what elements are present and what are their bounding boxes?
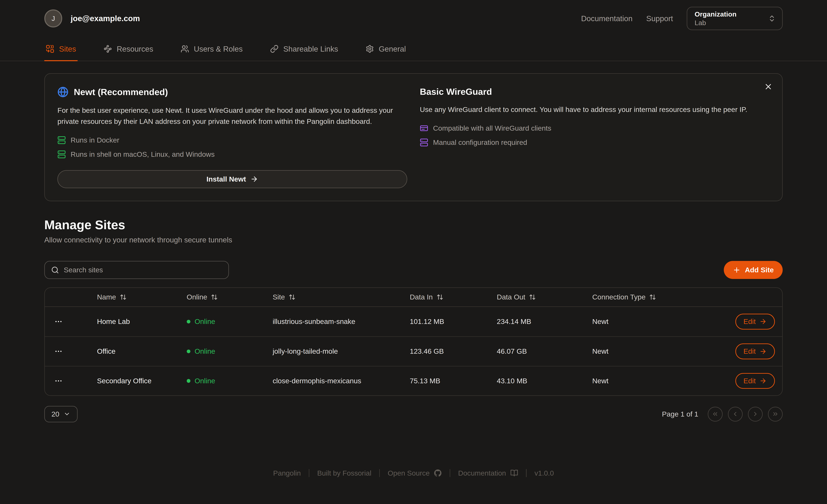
tab-general[interactable]: General xyxy=(364,45,407,61)
sort-icon xyxy=(649,294,656,300)
site-name: Secondary Office xyxy=(97,377,187,385)
organization-selector[interactable]: Organization Lab xyxy=(687,7,783,30)
tab-resources[interactable]: Resources xyxy=(102,45,155,61)
sort-icon xyxy=(120,294,127,300)
tab-label: Shareable Links xyxy=(283,45,338,53)
avatar-initial: J xyxy=(52,14,55,22)
footer-brand: Pangolin xyxy=(273,469,301,477)
row-menu-icon[interactable] xyxy=(45,347,97,355)
footer: Pangolin Built by Fossorial Open Source … xyxy=(0,469,827,477)
row-menu-icon[interactable] xyxy=(45,377,97,385)
server-icon xyxy=(420,138,428,147)
sort-icon xyxy=(211,294,218,300)
footer-open-source-link[interactable]: Open Source xyxy=(388,469,442,477)
row-menu-icon[interactable] xyxy=(45,317,97,326)
newt-feature: Runs in Docker xyxy=(57,136,407,144)
feature-label: Runs in shell on macOS, Linux, and Windo… xyxy=(70,150,215,158)
page-subtitle: Allow connectivity to your network throu… xyxy=(44,236,783,244)
tab-sites[interactable]: Sites xyxy=(44,45,78,61)
install-newt-button[interactable]: Install Newt xyxy=(57,170,407,188)
chevrons-up-down-icon xyxy=(768,14,776,22)
sites-icon xyxy=(46,45,54,53)
wireguard-description: Use any WireGuard client to connect. You… xyxy=(420,104,768,115)
data-in: 123.46 GB xyxy=(410,347,497,355)
close-icon[interactable] xyxy=(764,82,773,91)
table-header-row: Name Online Site Data In Data Out Connec… xyxy=(45,288,782,307)
site-id: jolly-long-tailed-mole xyxy=(273,347,410,355)
column-header-name[interactable]: Name xyxy=(97,293,187,301)
documentation-link[interactable]: Documentation xyxy=(581,14,632,23)
online-dot xyxy=(187,320,190,323)
first-page-button[interactable] xyxy=(708,407,723,421)
search-icon xyxy=(51,266,59,274)
edit-button[interactable]: Edit xyxy=(735,373,775,389)
site-name: Home Lab xyxy=(97,317,187,325)
avatar[interactable]: J xyxy=(44,9,62,27)
previous-page-button[interactable] xyxy=(728,407,743,421)
last-page-button[interactable] xyxy=(768,407,783,421)
plus-icon xyxy=(733,266,741,274)
column-header-data-out[interactable]: Data Out xyxy=(497,293,592,301)
tab-label: Users & Roles xyxy=(194,45,243,53)
connection-type: Newt xyxy=(592,347,723,355)
column-header-site[interactable]: Site xyxy=(273,293,410,301)
newt-column: Newt (Recommended) For the best user exp… xyxy=(57,87,407,188)
edit-button[interactable]: Edit xyxy=(735,344,775,359)
sort-icon xyxy=(529,294,536,300)
data-in: 75.13 MB xyxy=(410,377,497,385)
newt-title: Newt (Recommended) xyxy=(74,87,168,97)
globe-icon xyxy=(57,87,68,98)
status-badge: Online xyxy=(187,347,273,355)
top-header: J joe@example.com Documentation Support … xyxy=(0,0,827,37)
data-in: 101.12 MB xyxy=(410,317,497,325)
wireguard-column: Basic WireGuard Use any WireGuard client… xyxy=(420,87,770,188)
arrow-right-icon xyxy=(759,348,767,355)
link-icon xyxy=(270,45,279,53)
page-indicator: Page 1 of 1 xyxy=(662,410,698,418)
support-link[interactable]: Support xyxy=(646,14,673,23)
data-out: 43.10 MB xyxy=(497,377,592,385)
tab-shareable-links[interactable]: Shareable Links xyxy=(269,45,340,61)
organization-label: Organization xyxy=(694,10,736,18)
credit-card-icon xyxy=(420,124,428,133)
feature-label: Compatible with all WireGuard clients xyxy=(433,124,551,132)
page-size-select[interactable]: 20 xyxy=(44,406,78,422)
main-nav: Sites Resources Users & Roles Shareable … xyxy=(0,37,827,61)
page-size-value: 20 xyxy=(51,410,59,418)
column-header-connection-type[interactable]: Connection Type xyxy=(592,293,723,301)
connection-type: Newt xyxy=(592,317,723,325)
github-icon xyxy=(434,469,442,477)
gear-icon xyxy=(366,45,374,53)
page-title: Manage Sites xyxy=(44,218,783,232)
status-badge: Online xyxy=(187,377,273,385)
tab-users-roles[interactable]: Users & Roles xyxy=(179,45,244,61)
edit-button[interactable]: Edit xyxy=(735,314,775,330)
chevron-down-icon xyxy=(63,411,70,417)
data-out: 234.14 MB xyxy=(497,317,592,325)
add-site-label: Add Site xyxy=(745,266,774,274)
main-content: Newt (Recommended) For the best user exp… xyxy=(0,73,827,422)
server-icon xyxy=(57,136,66,144)
status-badge: Online xyxy=(187,317,273,325)
online-dot xyxy=(187,379,190,383)
footer-built-by-link[interactable]: Built by Fossorial xyxy=(317,469,372,477)
arrow-right-icon xyxy=(759,377,767,385)
footer-documentation-link[interactable]: Documentation xyxy=(458,469,518,477)
footer-divider xyxy=(379,469,380,477)
sites-table: Name Online Site Data In Data Out Connec… xyxy=(44,287,783,396)
column-header-online[interactable]: Online xyxy=(187,293,273,301)
site-id: illustrious-sunbeam-snake xyxy=(273,317,410,325)
tab-label: Resources xyxy=(116,45,153,53)
wireguard-feature: Compatible with all WireGuard clients xyxy=(420,124,770,133)
wireguard-title: Basic WireGuard xyxy=(420,87,492,97)
footer-divider xyxy=(309,469,309,477)
book-open-icon xyxy=(510,469,518,477)
pagination: 20 Page 1 of 1 xyxy=(44,406,783,422)
next-page-button[interactable] xyxy=(748,407,763,421)
feature-label: Manual configuration required xyxy=(433,138,527,147)
install-newt-label: Install Newt xyxy=(206,175,246,183)
add-site-button[interactable]: Add Site xyxy=(724,261,783,279)
search-input[interactable] xyxy=(64,266,222,274)
search-box xyxy=(44,261,229,279)
column-header-data-in[interactable]: Data In xyxy=(410,293,497,301)
